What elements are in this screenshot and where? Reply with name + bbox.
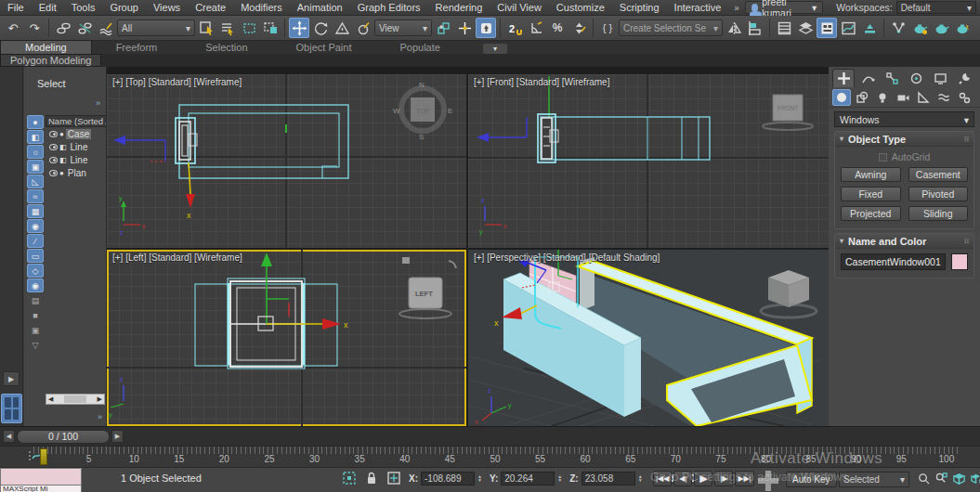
category-lights-icon[interactable] (873, 89, 892, 106)
select-and-scale-icon[interactable] (332, 18, 352, 38)
casement-button[interactable]: Casement (908, 167, 969, 182)
category-geometry-icon[interactable] (832, 89, 851, 106)
curve-editor-icon[interactable] (838, 18, 858, 38)
menu-overflow-icon[interactable]: » (728, 3, 745, 13)
undo-icon[interactable]: ↶ (3, 18, 23, 38)
filter-xrefs-icon[interactable]: ◉ (27, 219, 44, 233)
reference-coordinate-dropdown[interactable]: View▾ (374, 19, 432, 36)
use-pivot-center-icon[interactable] (433, 18, 453, 38)
snaps-toggle-2d-icon[interactable]: 2 (504, 18, 525, 38)
window-crossing-icon[interactable] (260, 18, 281, 38)
material-editor-icon[interactable] (909, 18, 930, 38)
awning-button[interactable]: Awning (841, 167, 901, 182)
z-spinner-icon[interactable]: ▲▼ (638, 474, 643, 482)
mirror-icon[interactable] (724, 18, 744, 38)
object-name-input[interactable]: CasementWindow001 (841, 253, 946, 270)
viewport-front-label[interactable]: [+] [Front] [Standard] [Wireframe] (474, 77, 609, 87)
ribbon-minimize-icon[interactable]: ▾ (483, 44, 507, 54)
category-cameras-icon[interactable] (894, 89, 912, 106)
y-spinner-icon[interactable]: ▲▼ (557, 474, 562, 482)
viewport-left[interactable]: [+] [Left] [Standard] [Wireframe] x (107, 250, 466, 426)
name-color-rollout-header[interactable]: ▾ Name and Color ⁝⁝ (835, 234, 973, 249)
viewport-top[interactable]: [+] [Top] [Standard] [Wireframe] (107, 74, 466, 248)
tab-polygon-modeling[interactable]: Polygon Modeling (0, 54, 101, 67)
zoom-icon[interactable] (916, 471, 931, 486)
filter-bones-icon[interactable]: ∕ (27, 234, 44, 248)
maxscript-mini-listener[interactable] (0, 468, 82, 486)
select-and-manipulate-icon[interactable] (454, 18, 475, 38)
zoom-all-icon[interactable] (934, 471, 948, 486)
scene-states-icon[interactable] (795, 18, 816, 38)
object-category-dropdown[interactable]: Windows ▾ (834, 111, 974, 127)
align-icon[interactable] (745, 18, 765, 38)
tab-object-paint[interactable]: Object Paint (272, 41, 376, 54)
tab-selection[interactable]: Selection (181, 41, 271, 54)
maxscript-listener-label[interactable]: MAXScript Mi (0, 486, 82, 492)
menu-views[interactable]: Views (146, 1, 188, 14)
filter-helpers-icon[interactable]: ◺ (27, 175, 44, 188)
selection-lock-region-icon[interactable] (342, 471, 357, 486)
menu-graph-editors[interactable]: Graph Editors (350, 1, 428, 14)
viewport-top-label[interactable]: [+] [Top] [Standard] [Wireframe] (112, 77, 242, 87)
autogrid-checkbox[interactable] (879, 153, 887, 162)
list-item[interactable]: ● Plan (46, 166, 107, 179)
selection-lock-toggle-icon[interactable] (364, 471, 379, 486)
object-type-rollout-header[interactable]: ▾ Object Type ⁝⁝ (835, 132, 973, 147)
render-production-icon[interactable] (952, 18, 973, 38)
display-grid-icon[interactable]: ▣ (27, 323, 44, 337)
filter-lights-icon[interactable]: ☼ (27, 145, 44, 159)
visibility-eye-icon[interactable] (49, 170, 58, 176)
category-spacewarps-icon[interactable] (934, 89, 953, 106)
select-and-place-icon[interactable] (353, 18, 373, 38)
explorer-more-icon[interactable]: » (98, 412, 102, 421)
filter-funnel-icon[interactable]: ▽ (27, 338, 44, 352)
menu-rendering[interactable]: Rendering (428, 1, 490, 14)
scroll-left-icon[interactable]: ◀ (48, 395, 53, 403)
viewport-front[interactable]: [+] [Front] [Standard] [Wireframe] (468, 74, 829, 248)
rail-expand-icon[interactable]: ▶ (3, 371, 20, 386)
list-item[interactable]: ◧ Line (46, 153, 107, 166)
tab-modify-icon[interactable] (856, 69, 879, 87)
tab-utilities-icon[interactable] (953, 69, 975, 87)
menu-scripting[interactable]: Scripting (612, 1, 667, 14)
menu-animation[interactable]: Animation (290, 1, 350, 14)
dope-sheet-icon[interactable] (859, 18, 880, 38)
tab-display-icon[interactable] (929, 69, 951, 87)
menu-edit[interactable]: Edit (32, 1, 64, 14)
manage-layers-icon[interactable] (774, 18, 794, 38)
zoom-extents-icon[interactable] (951, 471, 966, 486)
viewport-layout-tab-icon[interactable] (1, 394, 22, 423)
filter-cameras-icon[interactable]: ▣ (27, 160, 44, 174)
tab-hierarchy-icon[interactable] (881, 69, 903, 87)
spinner-snap-icon[interactable] (568, 18, 589, 38)
select-by-name-icon[interactable] (217, 18, 238, 38)
filter-groups-icon[interactable]: ▦ (27, 204, 44, 218)
display-panel-icon[interactable]: ■ (27, 308, 44, 322)
fixed-button[interactable]: Fixed (841, 187, 901, 201)
scroll-right-icon[interactable]: ▶ (98, 395, 102, 403)
toggle-scene-explorer-icon[interactable] (817, 18, 837, 38)
menu-interactive[interactable]: Interactive (667, 1, 729, 14)
list-column-header[interactable]: Name (Sorted A (46, 115, 107, 127)
current-frame-display[interactable]: 0 / 100 (17, 430, 110, 444)
time-slider-handle[interactable] (40, 448, 47, 465)
menu-customize[interactable]: Customize (549, 1, 612, 14)
next-frame-icon[interactable]: ▶ (111, 430, 124, 443)
select-and-move-icon[interactable] (289, 18, 309, 38)
menu-create[interactable]: Create (188, 1, 233, 14)
category-helpers-icon[interactable] (914, 89, 933, 106)
category-shapes-icon[interactable] (853, 89, 871, 106)
viewport-left-label[interactable]: [+] [Left] [Standard] [Wireframe] (112, 252, 242, 263)
y-coordinate-input[interactable]: 20.264 (501, 472, 555, 486)
display-list-icon[interactable]: ▤ (27, 293, 44, 307)
link-icon[interactable] (53, 18, 73, 38)
bind-spacewarp-icon[interactable] (96, 18, 116, 38)
workspace-dropdown[interactable]: Default ▾ (896, 1, 976, 14)
viewport-perspective[interactable]: [+] [Perspective] [Standard] [Default Sh… (468, 250, 829, 426)
absolute-offset-mode-icon[interactable] (386, 471, 401, 486)
named-selection-set-dropdown[interactable]: Create Selection Se▾ (619, 19, 723, 36)
zoom-extents-all-icon[interactable] (969, 471, 980, 486)
edit-named-selection-sets-icon[interactable]: { } (597, 18, 618, 38)
angle-snap-icon[interactable] (526, 18, 546, 38)
projected-button[interactable]: Projected (841, 206, 901, 221)
